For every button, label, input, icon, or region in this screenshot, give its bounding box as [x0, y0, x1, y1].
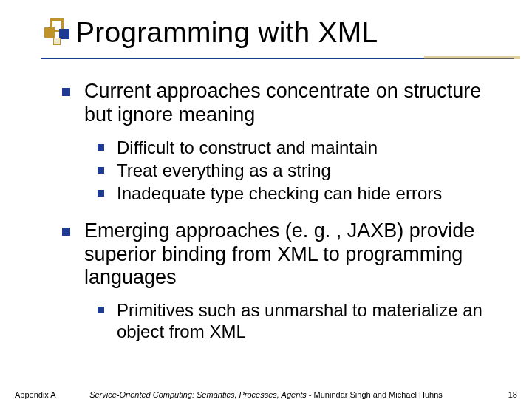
bullet-text: Difficult to construct and maintain [117, 137, 378, 157]
slide-body: Current approaches concentrate on struct… [62, 80, 511, 342]
list-item: Current approaches concentrate on struct… [62, 80, 511, 205]
sub-list: Difficult to construct and maintain Trea… [98, 137, 511, 205]
bullet-text: Primitives such as unmarshal to material… [117, 300, 482, 341]
list-item: Difficult to construct and maintain [98, 137, 511, 158]
sub-list: Primitives such as unmarshal to material… [98, 300, 511, 342]
bullet-text: Treat everything as a string [117, 160, 331, 180]
bullet-text: Inadequate type checking can hide errors [117, 183, 442, 203]
list-item: Primitives such as unmarshal to material… [98, 300, 511, 342]
slide: Programming with XML Current approaches … [0, 0, 532, 399]
list-item: Inadequate type checking can hide errors [98, 183, 511, 204]
title-area: Programming with XML [75, 16, 511, 59]
title-decoration-icon [44, 18, 81, 55]
bullet-list: Current approaches concentrate on struct… [62, 80, 511, 342]
footer-center-italic: Service-Oriented Computing: Semantics, P… [89, 390, 307, 399]
slide-title: Programming with XML [75, 16, 511, 49]
footer-page-number: 18 [508, 390, 517, 399]
list-item: Treat everything as a string [98, 160, 511, 181]
footer-center-rest: - Munindar Singh and Michael Huhns [307, 390, 443, 399]
bullet-text: Current approaches concentrate on struct… [84, 80, 481, 126]
bullet-text: Emerging approaches (e. g. , JAXB) provi… [84, 219, 474, 289]
title-underline [41, 53, 514, 59]
footer-center: Service-Oriented Computing: Semantics, P… [0, 390, 532, 399]
list-item: Emerging approaches (e. g. , JAXB) provi… [62, 219, 511, 342]
